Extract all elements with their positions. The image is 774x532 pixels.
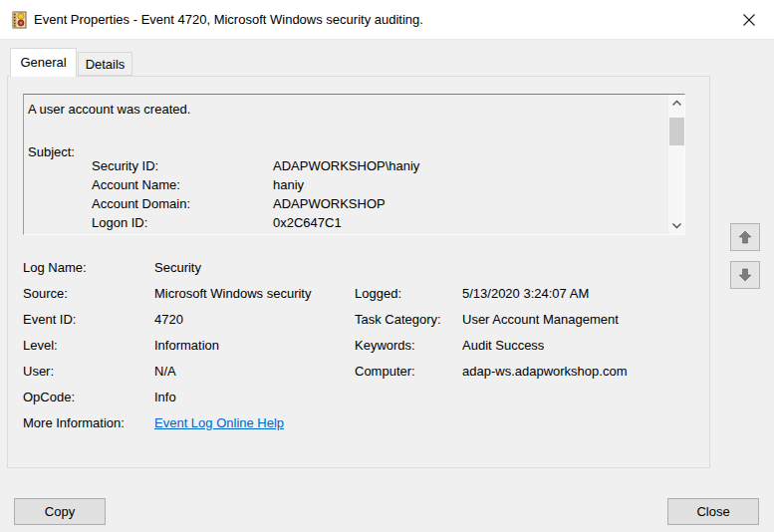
close-button[interactable]: Close [667,498,759,525]
arrow-down-icon [737,267,753,283]
detail-value: N/A [154,364,355,390]
detail-label: Log Name: [23,260,154,286]
detail-row: Source: Microsoft Windows security Logge… [23,286,708,312]
event-details-grid: Log Name: Security Source: Microsoft Win… [23,260,708,441]
detail-label: Logged: [355,286,462,312]
detail-row: Event ID: 4720 Task Category: User Accou… [23,312,708,338]
more-information-row: More Information: Event Log Online Help [23,415,708,441]
field-label: Account Domain: [92,196,190,211]
detail-label: Source: [23,286,154,312]
tab-details[interactable]: Details [78,52,132,76]
field-value: 0x2C647C1 [273,215,342,230]
detail-value [462,260,708,286]
titlebar: Event Properties - Event 4720, Microsoft… [0,0,774,40]
detail-label: Event ID: [23,312,154,338]
tab-general[interactable]: General [10,48,77,77]
window-title: Event Properties - Event 4720, Microsoft… [34,0,423,40]
field-label: Account Name: [92,177,180,192]
detail-label: OpCode: [23,390,154,415]
detail-value: Security [154,260,355,286]
detail-value: 4720 [154,312,355,338]
detail-label: Computer: [355,364,462,390]
detail-value: adap-ws.adapworkshop.com [462,364,708,390]
event-description-intro: A user account was created. [28,102,190,117]
close-icon [742,13,756,27]
detail-row: User: N/A Computer: adap-ws.adapworkshop… [23,364,708,390]
detail-value [462,390,708,415]
scrollbar-thumb[interactable] [669,118,684,145]
scrollbar-up-button[interactable] [668,95,685,112]
detail-row: Level: Information Keywords: Audit Succe… [23,338,708,364]
field-value: haniy [273,177,304,192]
previous-event-button[interactable] [730,223,760,251]
detail-label [355,390,462,415]
chevron-up-icon [671,100,682,107]
detail-value: Info [154,390,355,415]
description-scrollbar[interactable] [667,95,684,234]
detail-value: Audit Success [462,338,708,364]
more-information-label: More Information: [23,415,154,441]
field-label: Logon ID: [92,215,147,230]
event-log-icon [10,11,28,29]
window-close-button[interactable] [730,4,768,36]
event-description-box[interactable]: A user account was created. Subject: Sec… [23,94,685,235]
event-log-online-help-link[interactable]: Event Log Online Help [154,415,284,441]
detail-row: OpCode: Info [23,390,708,415]
event-properties-dialog: { "window": { "title": "Event Properties… [0,0,774,532]
detail-label: Keywords: [355,338,462,364]
scrollbar-down-button[interactable] [668,217,685,234]
copy-button[interactable]: Copy [14,498,106,525]
detail-value: 5/13/2020 3:24:07 AM [462,286,708,312]
event-description-section: Subject: [28,144,75,159]
detail-row: Log Name: Security [23,260,708,286]
next-event-button[interactable] [730,261,760,289]
detail-value: Microsoft Windows security [154,286,355,312]
detail-label [355,260,462,286]
arrow-up-icon [737,229,753,245]
detail-value: User Account Management [462,312,708,338]
field-value: ADAPWORKSHOP\haniy [273,158,419,173]
detail-label: Task Category: [355,312,462,338]
detail-label: User: [23,364,154,390]
detail-label: Level: [23,338,154,364]
chevron-down-icon [671,222,682,229]
detail-value: Information [154,338,355,364]
field-value: ADAPWORKSHOP [273,196,386,211]
field-label: Security ID: [92,158,158,173]
